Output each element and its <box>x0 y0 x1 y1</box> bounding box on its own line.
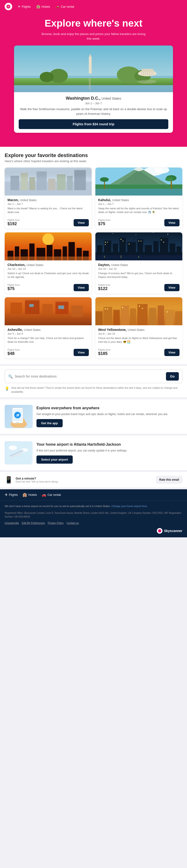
featured-body: Washington D.C., United States Jun 1 – J… <box>14 92 173 133</box>
bottom-flights-label: Flights <box>9 493 18 497</box>
svg-rect-31 <box>5 167 91 179</box>
nav-flights[interactable]: ✈ Flights <box>18 5 31 8</box>
footer-privacy-link[interactable]: Privacy Policy <box>48 522 63 524</box>
promo-app-description: Get straight-to-your-pocket travel inspo… <box>36 412 182 416</box>
dest-city-charleston: Charleston, <box>7 263 25 267</box>
dest-desc-charleston: Switch it up! Check out deals to Charles… <box>7 272 89 281</box>
destination-card-dayton: Dayton, United States Jun 10 – Jun 14 Ch… <box>96 232 182 293</box>
flights-icon: ✈ <box>18 5 21 8</box>
dest-price-westyellowstone: $185 <box>98 351 110 356</box>
destination-image-macon <box>5 167 91 195</box>
svg-rect-86 <box>140 241 141 242</box>
dest-price-asheville: $48 <box>7 351 20 356</box>
svg-rect-109 <box>137 304 148 325</box>
svg-rect-95 <box>25 300 39 314</box>
svg-rect-79 <box>105 242 106 243</box>
dest-dates-macon: Jun 1 – Jun 7 <box>7 203 89 205</box>
footer-logo <box>157 528 162 534</box>
bottom-car-label: Car rental <box>48 493 61 497</box>
footer-unsubscribe-link[interactable]: Unsubscribe <box>5 522 19 524</box>
dest-city-dayton: Dayton, <box>98 263 110 267</box>
search-go-button[interactable]: Go <box>166 372 179 380</box>
dest-dates-kahului: Jun 1 – Jun 7 <box>98 203 180 205</box>
promo-app-button[interactable]: Get the app <box>36 419 63 427</box>
dest-view-button-asheville[interactable]: View <box>74 349 89 356</box>
email-footer-section: 📱 Got a minute? Don't be shy! Tell us ho… <box>0 472 187 488</box>
dest-dates-dayton: Jun 10 – Jun 14 <box>98 268 180 270</box>
bottom-nav-car-rental[interactable]: 🚗 Car rental <box>42 493 61 497</box>
rate-email-button[interactable]: Rate this email <box>156 476 182 484</box>
dest-price-label-charleston: Flights from <box>7 284 20 286</box>
footer-legal: Registered Office: Skyscanner Limited, L… <box>5 511 182 519</box>
nav-hotels[interactable]: 🏨 Hotels <box>36 5 50 8</box>
footer-links: Unsubscribe Edit My Preferences Privacy … <box>5 522 182 524</box>
footer-brand-name: Skyscanner <box>164 529 182 533</box>
search-input[interactable] <box>15 374 164 378</box>
dest-view-button-dayton[interactable]: View <box>164 284 180 291</box>
svg-rect-117 <box>139 305 140 307</box>
footer-change-airport-link[interactable]: Change your home airport here. <box>111 505 148 507</box>
footer: We don't have a home airport on record f… <box>0 500 187 537</box>
dest-footer-westyellowstone: Flights from $185 View <box>98 349 180 356</box>
svg-rect-107 <box>121 305 129 325</box>
featured-city: Washington D.C., <box>66 96 101 100</box>
promo-app-image <box>5 405 33 428</box>
dest-body-charleston: Charleston, United States Jun 10 – Jun 1… <box>5 260 91 293</box>
destination-image-charleston <box>5 232 91 260</box>
email-icon: 📱 <box>5 476 13 484</box>
dest-price-label-dayton: Flights from <box>98 284 110 286</box>
dest-country-macon: United States <box>20 198 37 202</box>
destination-image-westyellowstone <box>96 297 182 325</box>
dest-country-westyellowstone: United States <box>128 328 144 332</box>
dest-body-dayton: Dayton, United States Jun 10 – Jun 14 Ch… <box>96 260 182 293</box>
footer-edit-prefs-link[interactable]: Edit My Preferences <box>22 522 45 524</box>
destination-image-kahului <box>96 167 182 195</box>
dest-city-asheville: Asheville, <box>7 328 23 332</box>
svg-rect-100 <box>55 301 69 302</box>
destinations-section: Explore your favorite destinations Here'… <box>0 147 187 364</box>
svg-rect-105 <box>104 307 112 326</box>
dest-body-westyellowstone: West Yellowstone, United States Jun 8 – … <box>96 325 182 359</box>
bottom-flights-icon: ✈ <box>5 493 8 497</box>
dest-view-button-kahului[interactable]: View <box>164 219 180 226</box>
hero-section: Explore where's next Browse, book and en… <box>0 13 187 147</box>
svg-rect-94 <box>10 303 22 314</box>
bottom-nav-flights[interactable]: ✈ Flights <box>5 493 18 497</box>
svg-rect-110 <box>149 308 156 325</box>
svg-rect-83 <box>123 241 124 242</box>
promo-airport-title: Your home airport is Atlanta Hartsfield-… <box>36 442 182 447</box>
featured-image <box>14 45 173 92</box>
search-bar[interactable]: 🔍 Go <box>5 370 182 383</box>
dest-price-charleston: $75 <box>7 286 20 291</box>
svg-point-65 <box>167 234 168 235</box>
nav-car-rental[interactable]: 🚗 Car rental <box>56 5 74 8</box>
svg-rect-13 <box>143 69 144 75</box>
svg-rect-25 <box>29 177 35 190</box>
svg-point-46 <box>42 233 54 245</box>
svg-rect-116 <box>122 307 123 308</box>
dest-body-kahului: Kahului, United States Jun 1 – Jun 7 Swa… <box>96 195 182 229</box>
svg-point-63 <box>136 235 136 235</box>
logo[interactable] <box>5 3 12 10</box>
dest-view-button-macon[interactable]: View <box>74 219 89 226</box>
svg-rect-80 <box>107 242 108 243</box>
featured-cta-button[interactable]: Flights from $34 round trip <box>19 119 168 129</box>
dest-country-dayton: United States <box>111 264 128 267</box>
svg-rect-88 <box>163 242 164 243</box>
svg-point-7 <box>40 72 54 82</box>
svg-rect-20 <box>89 78 91 90</box>
promo-airport-button[interactable]: Select your airport <box>36 456 73 464</box>
deals-note: 💡 How did we find these deals? They're s… <box>5 386 182 394</box>
footer-brand: Skyscanner <box>5 528 182 534</box>
dest-view-button-charleston[interactable]: View <box>74 284 89 291</box>
dest-desc-dayton: Change of scenery due? We've got you. Ch… <box>98 272 180 281</box>
dest-view-button-westyellowstone[interactable]: View <box>164 349 180 356</box>
footer-contact-link[interactable]: Contact us <box>66 522 79 524</box>
bottom-nav-hotels[interactable]: 🏨 Hotels <box>22 493 37 497</box>
search-section: 🔍 Go 💡 How did we find these deals? They… <box>0 366 187 397</box>
dest-city-kahului: Kahului, <box>98 198 111 202</box>
dest-desc-macon: Want a city break? Macon is waiting for … <box>7 207 89 217</box>
dest-desc-kahului: Swap the same old for the sights and sou… <box>98 207 180 217</box>
promo-airport-card: Your home airport is Atlanta Hartsfield-… <box>0 436 187 470</box>
dest-price-label-kahului: Flights from <box>98 219 110 221</box>
